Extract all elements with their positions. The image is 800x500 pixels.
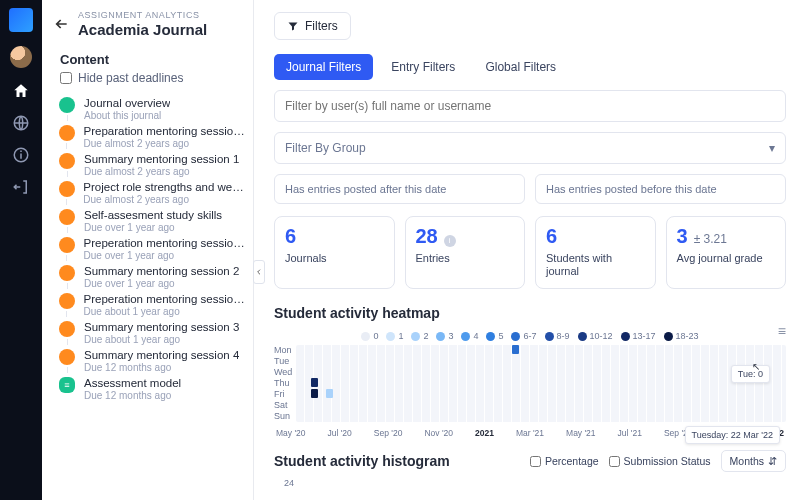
sidebar-item-title: Preperation mentoring session 2 [84,237,245,249]
sidebar-item-subtitle: Due about 1 year ago [84,306,245,317]
legend-item: 4 [461,331,478,341]
globe-icon[interactable] [12,114,30,132]
stat-entries: 28 i Entries [405,216,526,289]
timeline-dot-icon [59,321,75,337]
legend-item: 18-23 [664,331,699,341]
percentage-checkbox[interactable] [530,456,541,467]
heatmap-day-labels: MonTueWedThuFriSatSun [274,345,292,422]
content-heading: Content [42,38,253,71]
sidebar-item[interactable]: Summary mentoring session 4 Due 12 month… [58,347,245,375]
sidebar-item[interactable]: Preperation mentoring session 3 Due abou… [58,291,245,319]
timeline-dot-icon: ≡ [59,377,75,393]
tab-global-filters[interactable]: Global Filters [473,54,568,80]
heatmap: ≡ 0123456-78-910-1213-1718-23 MonTueWedT… [274,327,786,438]
sidebar-item[interactable]: Preperation mentoring session 2 Due over… [58,235,245,263]
sidebar-item[interactable]: Summary mentoring session 2 Due over 1 y… [58,263,245,291]
legend-item: 2 [411,331,428,341]
heatmap-menu-icon[interactable]: ≡ [778,323,786,339]
stat-avg-label: Avg journal grade [677,252,776,265]
heatmap-x-tick: May '20 [276,428,306,438]
info-icon[interactable]: i [444,235,456,247]
stat-journals-value: 6 [285,225,296,248]
heatmap-cell[interactable] [326,389,333,398]
home-icon[interactable] [12,82,30,100]
sidebar-item-title: Summary mentoring session 3 [84,321,239,333]
histogram-period-select[interactable]: Months ⇵ [721,450,786,472]
submission-status-toggle[interactable]: Submission Status [609,455,711,467]
sidebar-item-subtitle: Due over 1 year ago [84,250,245,261]
heatmap-cell[interactable] [512,345,519,354]
timeline-dot-icon [59,349,75,365]
tab-entry-filters[interactable]: Entry Filters [379,54,467,80]
stat-students: 6 Students with journal [535,216,656,289]
sidebar-item-subtitle: Due over 1 year ago [84,278,239,289]
stat-entries-value: 28 [416,225,438,248]
stat-avg-grade: 3 ± 3.21 Avg journal grade [666,216,787,289]
sidebar-item[interactable]: Project role strengths and weak... Due a… [58,179,245,207]
sidebar-item-subtitle: Due almost 2 years ago [84,166,239,177]
main-panel: Filters Journal Filters Entry Filters Gl… [254,0,800,500]
heatmap-cell[interactable] [311,378,318,387]
stat-students-label: Students with journal [546,252,645,278]
heatmap-x-tick: Mar '21 [516,428,544,438]
back-button[interactable] [54,16,70,35]
sidebar-item-subtitle: Due about 1 year ago [84,334,239,345]
sidebar-item[interactable]: Journal overview About this journal [58,95,245,123]
cursor-icon: ↖ [752,361,760,372]
sidebar-item-title: Summary mentoring session 4 [84,349,239,361]
info-icon[interactable] [12,146,30,164]
date-before-input[interactable]: Has entries posted before this date [535,174,786,204]
heatmap-x-tick: May '21 [566,428,596,438]
histogram-title: Student activity histogram [274,453,450,469]
percentage-toggle[interactable]: Percentage [530,455,599,467]
sidebar-item[interactable]: Self-assesment study skills Due over 1 y… [58,207,245,235]
stat-journals-label: Journals [285,252,384,265]
timeline-dot-icon [59,209,75,225]
sidebar-item-subtitle: Due 12 months ago [84,390,181,401]
stat-journals: 6 Journals [274,216,395,289]
timeline-dot-icon [59,265,75,281]
sidebar-item[interactable]: Preparation mentoring session 1 Due almo… [58,123,245,151]
heatmap-day-label: Mon [274,345,292,356]
hide-past-deadlines-toggle[interactable]: Hide past deadlines [42,71,253,93]
sidebar-item-subtitle: Due 12 months ago [84,362,239,373]
heatmap-x-tick: Sep '20 [374,428,403,438]
stat-students-value: 6 [546,225,557,248]
heatmap-legend: 0123456-78-910-1213-1718-23 [274,327,786,345]
sidebar-item-subtitle: Due almost 2 years ago [84,138,245,149]
timeline-dot-icon [59,237,75,253]
date-after-input[interactable]: Has entries posted after this date [274,174,525,204]
page-title: Academia Journal [78,21,207,38]
sidebar-item-title: Assessment model [84,377,181,389]
tab-journal-filters[interactable]: Journal Filters [274,54,373,80]
stat-avg-extra: ± 3.21 [694,232,727,246]
heatmap-day-label: Thu [274,378,292,389]
timeline-dot-icon [59,181,75,197]
filter-group-select[interactable]: Filter By Group ▾ [274,132,786,164]
heatmap-cell[interactable] [311,389,318,398]
timeline-dot-icon [59,97,75,113]
submission-status-checkbox[interactable] [609,456,620,467]
sidebar-item-title: Self-assesment study skills [84,209,222,221]
heatmap-tooltip: Tue: 0 [731,365,770,383]
filter-user-input[interactable] [274,90,786,122]
svg-rect-3 [20,151,22,153]
heatmap-x-tick: Jul '20 [328,428,352,438]
heatmap-x-tick: Jul '21 [618,428,642,438]
sidebar-item-title: Project role strengths and weak... [83,181,245,193]
avatar[interactable] [10,46,32,68]
timeline-dot-icon [59,293,75,309]
logout-icon[interactable] [12,178,30,196]
sidebar-item[interactable]: Summary mentoring session 1 Due almost 2… [58,151,245,179]
heatmap-day-label: Sat [274,400,292,411]
hide-past-label: Hide past deadlines [78,71,183,85]
legend-item: 3 [436,331,453,341]
app-logo[interactable] [9,8,33,32]
sidebar-item[interactable]: ≡ Assessment model Due 12 months ago [58,375,245,403]
filters-toggle[interactable]: Filters [274,12,351,40]
hide-past-checkbox[interactable] [60,72,72,84]
heatmap-grid[interactable]: Tue: 0 ↖ [296,345,786,422]
sidebar-item[interactable]: Summary mentoring session 3 Due about 1 … [58,319,245,347]
heatmap-day-label: Fri [274,389,292,400]
heatmap-title: Student activity heatmap [274,305,786,321]
